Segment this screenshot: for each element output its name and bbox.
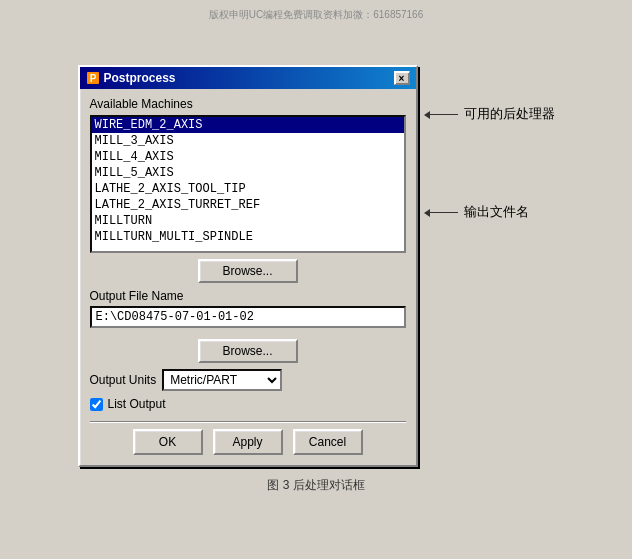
caption: 图 3 后处理对话框 [267,477,364,494]
output-file-input[interactable] [90,306,406,328]
ok-button[interactable]: OK [133,429,203,455]
button-row: OK Apply Cancel [90,429,406,455]
annotation-second: 输出文件名 [428,203,555,221]
list-item[interactable]: WIRE_EDM_2_AXIS [92,117,404,133]
output-units-label: Output Units [90,373,157,387]
annotation-second-text: 输出文件名 [464,203,529,221]
dialog-body: Available Machines WIRE_EDM_2_AXIS MILL_… [80,89,416,465]
annotation-first: 可用的后处理器 [428,105,555,123]
list-item[interactable]: LATHE_2_AXIS_TURRET_REF [92,197,404,213]
list-item[interactable]: MILL_5_AXIS [92,165,404,181]
list-output-checkbox[interactable] [90,398,103,411]
list-item[interactable]: LATHE_2_AXIS_TOOL_TIP [92,181,404,197]
watermark: 版权申明UC编程免费调取资料加微：616857166 [209,8,424,22]
list-item[interactable]: MILLTURN [92,213,404,229]
output-file-label: Output File Name [90,289,406,303]
dialog-wrapper: P Postprocess × Available Machines WIRE_… [78,65,555,467]
app-icon: P [86,71,100,85]
output-units-select[interactable]: Metric/PART English/PART Metric/MM Engli… [162,369,282,391]
browse1-button[interactable]: Browse... [198,259,298,283]
list-item[interactable]: MILL_3_AXIS [92,133,404,149]
list-item[interactable]: MILLTURN_MULTI_SPINDLE [92,229,404,245]
dialog-title: Postprocess [104,71,176,85]
cancel-button[interactable]: Cancel [293,429,363,455]
postprocess-dialog: P Postprocess × Available Machines WIRE_… [78,65,418,467]
annotation-area: 可用的后处理器 输出文件名 [418,65,555,221]
svg-text:P: P [89,73,96,84]
list-output-row: List Output [90,397,406,411]
annotation-line-second [428,212,458,213]
output-units-row: Output Units Metric/PART English/PART Me… [90,369,406,391]
available-machines-label: Available Machines [90,97,406,111]
divider [90,421,406,423]
annotation-first-text: 可用的后处理器 [464,105,555,123]
apply-button[interactable]: Apply [213,429,283,455]
title-bar: P Postprocess × [80,67,416,89]
browse2-button[interactable]: Browse... [198,339,298,363]
title-bar-left: P Postprocess [86,71,176,85]
machines-listbox[interactable]: WIRE_EDM_2_AXIS MILL_3_AXIS MILL_4_AXIS … [90,115,406,253]
annotation-line-first [428,114,458,115]
close-button[interactable]: × [394,71,410,85]
list-output-label: List Output [108,397,166,411]
list-item[interactable]: MILL_4_AXIS [92,149,404,165]
